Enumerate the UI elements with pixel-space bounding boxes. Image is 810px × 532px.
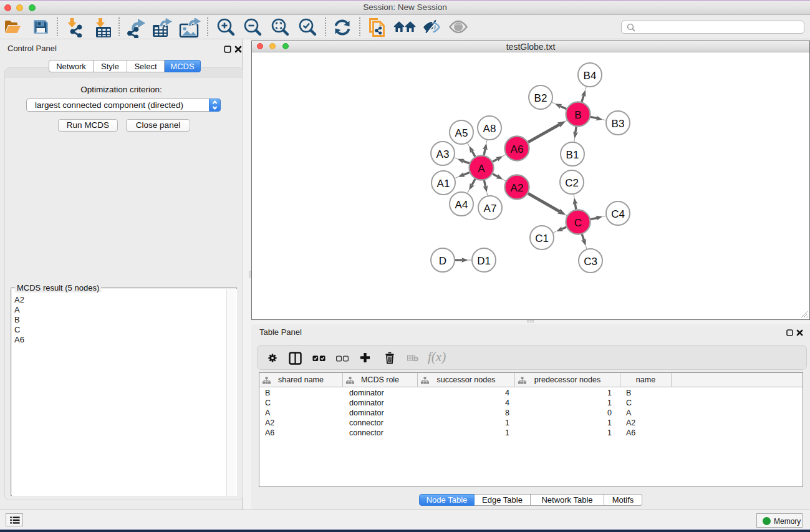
svg-text:A2: A2 — [511, 182, 524, 194]
svg-text:B2: B2 — [534, 92, 547, 104]
svg-text:A7: A7 — [484, 203, 497, 215]
svg-text:A5: A5 — [455, 127, 468, 139]
svg-text:D: D — [439, 255, 446, 267]
svg-text:C2: C2 — [565, 177, 579, 189]
svg-text:B1: B1 — [566, 149, 579, 161]
svg-text:A: A — [478, 163, 485, 175]
svg-text:D1: D1 — [477, 255, 491, 267]
svg-text:C: C — [574, 217, 582, 229]
svg-text:A4: A4 — [455, 199, 468, 211]
svg-text:B3: B3 — [612, 118, 625, 130]
svg-text:C3: C3 — [584, 256, 597, 268]
svg-text:A8: A8 — [483, 123, 496, 135]
svg-text:A6: A6 — [511, 143, 524, 155]
svg-text:C1: C1 — [535, 233, 549, 244]
svg-text:A1: A1 — [437, 178, 450, 190]
svg-text:C4: C4 — [611, 208, 625, 220]
svg-text:A3: A3 — [436, 148, 450, 160]
svg-text:B: B — [574, 109, 581, 121]
svg-text:B4: B4 — [584, 70, 597, 82]
